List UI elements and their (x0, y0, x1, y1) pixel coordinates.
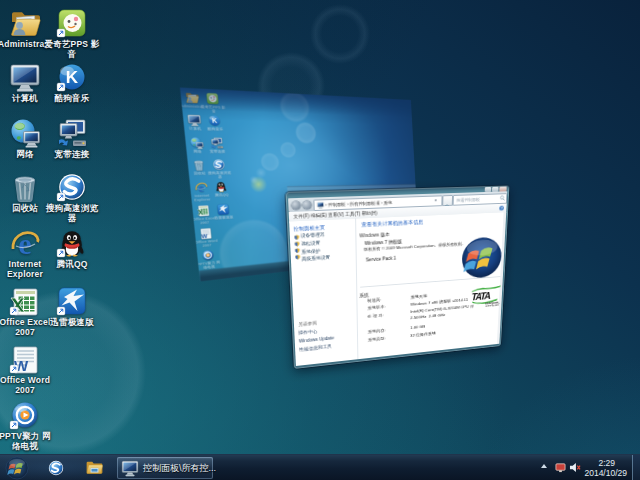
svg-text:系统天地 win7: 系统天地 win7 (485, 303, 499, 307)
svg-text:TATA: TATA (471, 290, 491, 302)
